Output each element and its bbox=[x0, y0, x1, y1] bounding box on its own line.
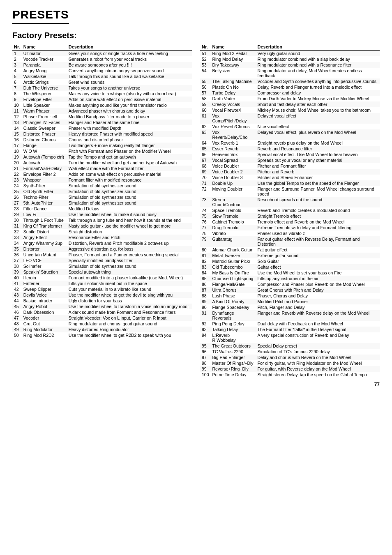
preset-desc: Compressor and Phaser plus Reverb on the… bbox=[256, 281, 380, 287]
preset-desc: Ugly distortion for your bass bbox=[67, 298, 192, 304]
preset-name: Distorted Chorus bbox=[22, 137, 67, 143]
preset-nr: 69 bbox=[200, 169, 211, 175]
preset-desc: Lifts up any instrument in the air bbox=[256, 276, 380, 281]
preset-nr: 36 bbox=[12, 252, 22, 258]
table-row: 2 Vocode Tracker Generates a robot from … bbox=[12, 56, 192, 62]
preset-desc: Reverb and Resonance filter bbox=[256, 146, 380, 152]
preset-name: A Kind Of Roraty bbox=[211, 299, 256, 304]
preset-desc: Delayed vocal effect bbox=[256, 113, 380, 124]
preset-name: Subtle Distort bbox=[22, 229, 67, 235]
table-row: 38 Solinafier Simulation of old synthesi… bbox=[12, 263, 192, 269]
preset-nr: 79 bbox=[200, 236, 211, 247]
table-row: 51 Ring Mod 2 Pedal Very ugly guitar sou… bbox=[200, 51, 380, 57]
preset-desc: Ring modulator and delay, Mod Wheel crea… bbox=[256, 68, 380, 78]
preset-name: Old Synth-Filter bbox=[22, 189, 67, 194]
preset-nr: 58 bbox=[200, 96, 211, 101]
table-row: 71 Double Up Use the global Tempo to set… bbox=[200, 180, 380, 186]
preset-name: Chorused Lightspring bbox=[211, 276, 256, 281]
preset-name: Autowah bbox=[22, 160, 67, 166]
preset-desc: Converts anything into an angry sequenze… bbox=[67, 68, 192, 74]
table-row: 7 Dub The Universe Takes your songs to a… bbox=[12, 85, 192, 91]
preset-desc: Extreme Tremolo with delay and Formant f… bbox=[256, 225, 380, 230]
preset-nr: 46 bbox=[12, 309, 22, 315]
preset-nr: 72 bbox=[200, 186, 211, 197]
preset-nr: 77 bbox=[200, 225, 211, 230]
table-row: 89 A Kind Of Roraty Modified Pitch and P… bbox=[200, 299, 380, 304]
preset-nr: 64 bbox=[200, 140, 211, 146]
preset-desc: Modified Bandpass filter made to a phase… bbox=[67, 114, 192, 120]
preset-name: Devils Voice bbox=[22, 292, 67, 298]
preset-desc: Cuts your material in to a vibrato like … bbox=[67, 286, 192, 292]
preset-desc: Very ugly guitar sound bbox=[256, 51, 380, 57]
preset-name: Esser Reverb bbox=[211, 146, 256, 152]
preset-name: Speakin' Struction bbox=[22, 269, 67, 275]
table-row: 32 Subtle Distort Straight distortion bbox=[12, 229, 192, 235]
page-title: PRESETS bbox=[12, 8, 69, 24]
preset-name: Darth Vader bbox=[211, 96, 256, 101]
preset-name: Ring Modulator bbox=[22, 327, 67, 332]
preset-desc: The Formant filter *talks* in the Delaye… bbox=[256, 327, 380, 332]
preset-name: Distorted Phaser bbox=[22, 131, 67, 137]
preset-nr: 83 bbox=[200, 264, 211, 270]
preset-nr: 35 bbox=[12, 246, 22, 252]
table-row: 46 Dark Obsession A dark sound made from… bbox=[12, 309, 192, 315]
section-title: Factory Presets: bbox=[12, 31, 380, 40]
table-row: 17 Flange Two flangers + more making rea… bbox=[12, 143, 192, 148]
preset-desc: Simulation of old synthesizer sound bbox=[67, 263, 192, 269]
preset-name: Phaser From Hell bbox=[22, 114, 67, 120]
preset-name: Vox Reverb/Chorus bbox=[211, 124, 256, 129]
preset-desc: Takes your songs to another universe bbox=[67, 85, 192, 91]
preset-desc: Straight distortion bbox=[67, 229, 192, 235]
preset-name: Vox Reverb/Delay/Cho bbox=[211, 129, 256, 140]
preset-desc: Two flangers + more making really fat fl… bbox=[67, 143, 192, 148]
preset-desc: Spreads out your vocal or any other mate… bbox=[256, 157, 380, 163]
table-row: 10 Little Speaker Makes anything sound l… bbox=[12, 102, 192, 108]
preset-name: Drug Tremolo bbox=[211, 225, 256, 230]
preset-nr: 88 bbox=[200, 293, 211, 299]
preset-nr: 76 bbox=[200, 219, 211, 225]
preset-name: Ring Mod Delay bbox=[211, 56, 256, 62]
preset-nr: 30 bbox=[12, 217, 22, 223]
preset-desc: Ring modulator combined with a Resonance… bbox=[256, 62, 380, 68]
table-row: 50 Ring Mod R2D2 Use the modifier wheel … bbox=[12, 332, 192, 338]
preset-nr: 84 bbox=[200, 270, 211, 276]
table-row: 81 Metal Tweezer Extreme guitar sound bbox=[200, 253, 380, 258]
preset-name: Dynaflange Reversals bbox=[211, 310, 256, 321]
preset-desc: Heavy distorted Phaser with modified spe… bbox=[67, 131, 192, 137]
preset-desc: Modified Delays bbox=[67, 206, 192, 212]
table-row: 91 Dynaflange Reversals Flanger and Reve… bbox=[200, 310, 380, 321]
preset-desc: A very special construction of Reverb an… bbox=[256, 332, 380, 343]
preset-nr: 16 bbox=[12, 137, 22, 143]
preset-desc: Special Delay preset bbox=[256, 343, 380, 349]
preset-desc: Gives your songs or single tracks a hole… bbox=[67, 51, 192, 57]
preset-name: Vocal FireworX bbox=[211, 107, 256, 113]
preset-name: Dub The Universe bbox=[22, 85, 67, 91]
preset-name: Envelope Filter bbox=[22, 97, 67, 102]
preset-name: Moving Doubler bbox=[211, 186, 256, 197]
preset-nr: 31 bbox=[12, 223, 22, 229]
preset-name: Classic Sweeper bbox=[22, 125, 67, 131]
preset-nr: 81 bbox=[200, 253, 211, 258]
preset-desc: Pitch with Formant and Phaser on the Mod… bbox=[67, 148, 192, 154]
preset-nr: 61 bbox=[200, 113, 211, 124]
table-row: 83 Old Tubecombo Guitar effect bbox=[200, 264, 380, 270]
table-row: 73 Stereo Chord/Contour Resochord spread… bbox=[200, 197, 380, 207]
preset-desc: Nice vocal effect bbox=[256, 124, 380, 129]
table-row: 95 The Great Outdoors Special Delay pres… bbox=[200, 343, 380, 349]
preset-nr: 50 bbox=[12, 332, 22, 338]
preset-name: Synth-Filter bbox=[22, 183, 67, 189]
preset-name: Basiac Intruder bbox=[22, 298, 67, 304]
preset-desc: Distortion, Reverb and Pitch modifiable … bbox=[67, 240, 192, 246]
preset-name: Guitaratug bbox=[211, 236, 256, 247]
table-row: 13 Phlanges 'N' Faces Flanger and Phaser… bbox=[12, 120, 192, 125]
preset-nr: 15 bbox=[12, 131, 22, 137]
preset-name: Vocode Tracker bbox=[22, 56, 67, 62]
preset-desc: Talk through a long tube and hear how it… bbox=[67, 217, 192, 223]
preset-nr: 70 bbox=[200, 175, 211, 180]
preset-name: Ring Mod R2D2 bbox=[22, 332, 67, 338]
table-row: 4 Angry Moog Converts anything into an a… bbox=[12, 68, 192, 74]
preset-nr: 93 bbox=[200, 327, 211, 332]
preset-desc: Heavy distorted Ring modulator bbox=[67, 327, 192, 332]
preset-nr: 43 bbox=[12, 292, 22, 298]
table-row: 35 Distorter Aggressive distortion e.g. … bbox=[12, 246, 192, 252]
